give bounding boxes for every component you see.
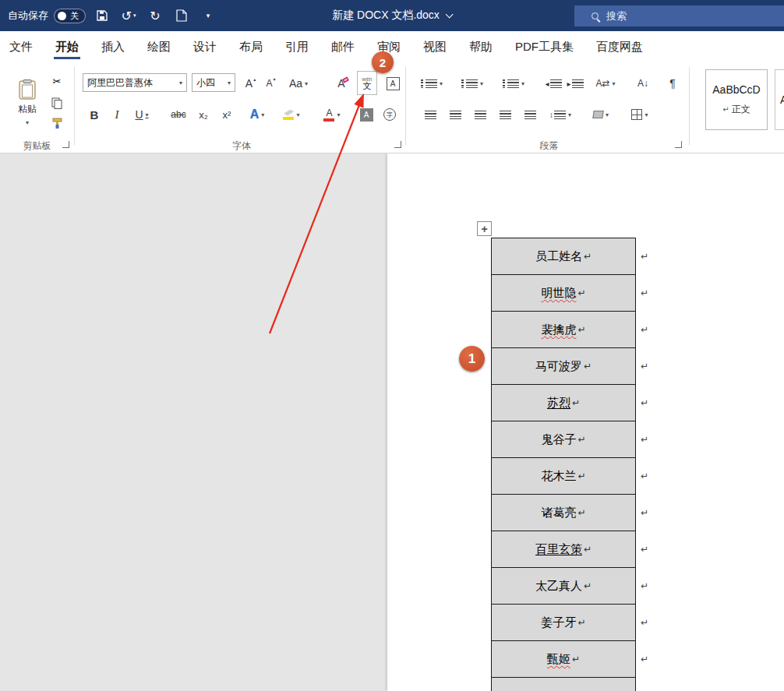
autosave-control: 自动保存 关 (8, 9, 86, 23)
numbering-button[interactable] (460, 73, 485, 93)
style-name: ↵ 正文 (722, 103, 750, 116)
table-row[interactable]: 苏烈↵↵ (491, 384, 648, 421)
character-shading-button[interactable]: A (357, 104, 376, 125)
enclose-characters-button[interactable]: 字 (380, 104, 399, 125)
show-hide-marks-button[interactable]: ¶ (662, 73, 683, 93)
subscript-button[interactable]: x₂ (195, 104, 212, 125)
shading-button[interactable] (588, 104, 614, 125)
align-center-button[interactable] (446, 104, 464, 125)
tab-引用[interactable]: 引用 (285, 31, 309, 62)
customize-qat-button[interactable]: ▾ (198, 5, 218, 26)
table-cell[interactable]: 百里玄策↵ (491, 531, 636, 568)
style-card-normal[interactable]: AaBbCcD ↵ 正文 (705, 69, 768, 130)
undo-button[interactable]: ↺ ▾ (118, 5, 139, 26)
sort-button[interactable]: A↓ (633, 73, 653, 93)
align-right-button[interactable] (471, 104, 489, 125)
superscript-button[interactable]: x² (218, 104, 235, 125)
table-row[interactable]: 裴擒虎↵↵ (491, 311, 648, 348)
paragraph-dialog-launcher[interactable] (675, 141, 682, 148)
print-preview-button[interactable] (171, 5, 192, 26)
tab-开始[interactable]: 开始 (55, 31, 79, 62)
bold-button[interactable]: B (86, 104, 103, 125)
table-cell[interactable] (491, 677, 636, 691)
format-painter-button[interactable] (47, 114, 67, 132)
copy-button[interactable] (47, 93, 67, 112)
table-row[interactable]: 百里玄策↵↵ (491, 531, 648, 568)
tab-布局[interactable]: 布局 (239, 31, 263, 62)
highlight-color-button[interactable] (279, 104, 304, 125)
justify-button[interactable] (496, 104, 514, 125)
style-card-next[interactable]: A (775, 69, 784, 130)
paste-button[interactable]: 粘贴 ▾ (9, 69, 45, 137)
tab-绘图[interactable]: 绘图 (147, 31, 171, 62)
table-row[interactable]: 鬼谷子↵↵ (491, 421, 648, 458)
tab-帮助[interactable]: 帮助 (469, 31, 493, 62)
autosave-toggle[interactable]: 关 (54, 9, 86, 23)
font-size-combobox[interactable]: 小四 ▾ (192, 73, 235, 92)
redo-button[interactable]: ↻ (145, 5, 165, 26)
change-case-icon: Aa (289, 77, 302, 90)
table-cell[interactable]: 马可波罗↵ (491, 347, 636, 385)
word-window: 自动保存 关 ↺ ▾ ↻ ▾ 新建 DOCX 文档.docx 搜索 (0, 0, 784, 691)
phonetic-guide-button[interactable]: wén 文 (357, 71, 377, 95)
table-cell[interactable]: 员工姓名↵ (491, 238, 636, 275)
table-row[interactable]: 姜子牙↵↵ (491, 604, 648, 641)
align-left-button[interactable] (421, 104, 440, 125)
asian-layout-button[interactable]: A⇄ (592, 73, 619, 93)
cut-button[interactable]: ✂ (47, 72, 67, 90)
font-name-combobox[interactable]: 阿里巴巴普惠体 ▾ (83, 73, 187, 92)
tab-设计[interactable]: 设计 (193, 31, 217, 62)
underline-button[interactable]: U (129, 104, 154, 125)
borders-button[interactable] (627, 104, 653, 125)
tab-百度网盘[interactable]: 百度网盘 (596, 31, 643, 62)
shrink-font-button[interactable]: A (262, 73, 279, 93)
search-input[interactable]: 搜索 (574, 5, 784, 26)
table-cell[interactable]: 鬼谷子↵ (491, 421, 636, 458)
table-row[interactable]: ↵ (491, 677, 648, 691)
table-row[interactable]: 花木兰↵↵ (491, 457, 648, 495)
tab-PDF工具集[interactable]: PDF工具集 (515, 31, 574, 62)
text-effects-button[interactable]: A (245, 104, 270, 125)
tab-文件[interactable]: 文件 (9, 31, 33, 62)
character-border-button[interactable]: A (383, 73, 402, 93)
table-row[interactable]: 马可波罗↵↵ (491, 347, 648, 385)
clear-formatting-button[interactable]: A (334, 73, 352, 93)
table-row[interactable]: 明世隐↵↵ (491, 274, 648, 312)
table-cell[interactable]: 花木兰↵ (491, 457, 636, 495)
undo-dropdown-icon[interactable]: ▾ (133, 12, 136, 19)
tab-视图[interactable]: 视图 (423, 31, 447, 62)
table-row[interactable]: 诸葛亮↵↵ (491, 494, 648, 531)
strikethrough-button[interactable]: abc (168, 104, 189, 125)
table-cell[interactable]: 诸葛亮↵ (491, 494, 636, 531)
grow-font-button[interactable]: A (242, 73, 259, 93)
font-color-button[interactable]: A (320, 104, 344, 125)
table-cell[interactable]: 裴擒虎↵ (491, 311, 636, 348)
tab-插入[interactable]: 插入 (101, 31, 125, 62)
cell-end-mark: ↵ (577, 287, 585, 298)
font-dialog-launcher[interactable] (394, 141, 401, 148)
align-right-icon (475, 111, 486, 119)
table-cell[interactable]: 明世隐↵ (491, 274, 636, 312)
increase-indent-button[interactable]: ▸ (566, 73, 584, 93)
paste-dropdown-icon[interactable]: ▾ (26, 119, 29, 126)
table-row[interactable]: 员工姓名↵↵ (491, 238, 648, 275)
decrease-indent-button[interactable]: ◂ (544, 73, 563, 93)
table-row[interactable]: 甄姬↵↵ (491, 640, 648, 678)
table-cell[interactable]: 姜子牙↵ (491, 604, 636, 641)
cell-end-mark: ↵ (584, 544, 592, 555)
table-cell[interactable]: 太乙真人↵ (491, 567, 636, 605)
table-row[interactable]: 太乙真人↵↵ (491, 567, 648, 605)
multilevel-list-button[interactable] (500, 73, 527, 93)
line-spacing-button[interactable]: ↕ (547, 104, 574, 125)
table-cell[interactable]: 苏烈↵ (491, 384, 636, 421)
table-move-handle[interactable]: + (477, 221, 492, 236)
save-button[interactable] (92, 5, 112, 26)
table-cell[interactable]: 甄姬↵ (491, 640, 636, 678)
clipboard-dialog-launcher[interactable] (62, 141, 69, 148)
distribute-button[interactable] (521, 104, 539, 125)
italic-button[interactable]: I (109, 104, 125, 125)
bullets-button[interactable] (419, 73, 444, 93)
tab-邮件[interactable]: 邮件 (331, 31, 355, 62)
title-chevron-icon[interactable] (445, 10, 453, 18)
change-case-button[interactable]: Aa (285, 73, 312, 93)
